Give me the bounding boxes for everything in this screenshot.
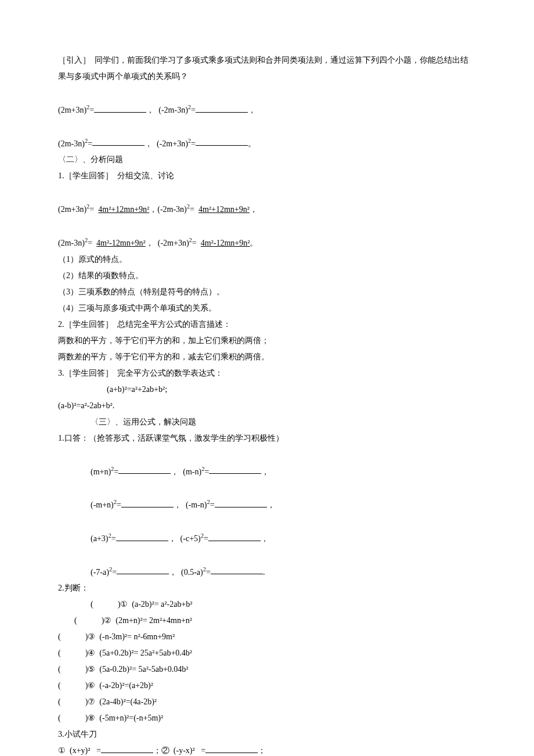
blank <box>118 465 171 474</box>
blank-row-1: (2m+3n)2=， (-2m-3n)2=， <box>58 85 476 118</box>
oral-row: (m+n)2=， (m-n)2=， <box>58 447 476 480</box>
oral-row: (a+3)2=， (-c+5)2=， <box>58 513 476 547</box>
blank <box>116 532 168 541</box>
expr: (-c+5) <box>181 534 201 543</box>
blank <box>215 499 267 507</box>
judge-item: ( )③ (-n-3m)²= n²-6mn+9m² <box>58 629 476 645</box>
judge-text: ⑦ (2a-4b)²=(4a-2b)² <box>88 697 157 706</box>
answer-row-2: (2m-3n)2= 4m²-12mn+9n²， (-2m+3n)2= 4m²-1… <box>58 218 476 251</box>
expr: (m+n) <box>91 467 111 476</box>
blank <box>117 566 169 574</box>
expr: (2m-3n) <box>58 139 85 147</box>
bullet-item: （4）三项与原多项式中两个单项式的关系。 <box>58 300 476 316</box>
bullet-item: （3）三项系数的特点（特别是符号的特点）。 <box>58 284 476 300</box>
judge-text: ③ (-n-3m)²= n²-6mn+9m² <box>88 632 175 641</box>
try-b: ；② (-y-x)² = <box>153 746 205 755</box>
expr: (2m+3n) <box>58 205 86 214</box>
section-2-heading: 〈二〉、分析问题 <box>58 152 476 168</box>
blank <box>101 744 153 753</box>
expr: (a+3) <box>91 534 108 543</box>
rule-sum: 两数和的平方，等于它们平方的和，加上它们乘积的两倍； <box>58 333 476 349</box>
expr: (-2m+3n) <box>158 239 189 247</box>
expr: (2m+3n) <box>58 106 86 114</box>
try-heading: 3.小试牛刀 <box>58 726 476 743</box>
try-row: ① (x+y)² =；② (-y-x)² =； <box>58 743 476 756</box>
oral-row: (-7-a)2=， (0.5-a)2=. <box>58 547 476 581</box>
try-end: ； <box>258 746 266 755</box>
judge-item: ( )① (a-2b)²= a²-2ab+b² <box>58 596 476 613</box>
underlined-answer: 4m²+12mn+9n² <box>199 205 250 214</box>
expr: (-m-n) <box>186 501 207 509</box>
blank <box>205 744 258 753</box>
judge-text: ② (2m+n)²= 2m²+4mn+n² <box>104 616 192 625</box>
judge-text: ⑤ (5a-0.2b)²= 5a²-5ab+0.04b² <box>88 665 188 674</box>
blank <box>208 532 261 541</box>
formula-2: (a-b)²=a²-2ab+b². <box>58 398 476 414</box>
judge-item: ( )⑥ (-a-2b)²=(a+2b)² <box>58 678 476 694</box>
oral-heading: 1.口答：（抢答形式，活跃课堂气氛，激发学生的学习积极性） <box>58 430 476 447</box>
blank <box>92 137 145 146</box>
intro-label: ［引入］ <box>58 56 91 64</box>
judge-item: ( )② (2m+n)²= 2m²+4mn+n² <box>58 613 476 629</box>
expr: (-2m+3n) <box>157 139 188 147</box>
blank <box>211 566 263 574</box>
expr: (-m+n) <box>91 501 114 509</box>
student-answer-2: 2.［学生回答］ 总结完全平方公式的语言描述： <box>58 316 476 333</box>
expr: (-2m-3n) <box>158 106 188 114</box>
bullet-item: （1）原式的特点。 <box>58 251 476 268</box>
judge-item: ( )⑤ (5a-0.2b)²= 5a²-5ab+0.04b² <box>58 661 476 678</box>
try-a: ① (x+y)² = <box>58 746 101 755</box>
blank <box>196 137 248 146</box>
student-answer-3: 3.［学生回答］ 完全平方公式的数学表达式： <box>58 365 476 381</box>
blank <box>94 104 146 113</box>
blank <box>121 499 174 507</box>
oral-row: (-m+n)2=， (-m-n)2=， <box>58 480 476 513</box>
bullet-item: （2）结果的项数特点。 <box>58 268 476 284</box>
judge-item: ( )④ (5a+0.2b)²= 25a²+5ab+0.4b² <box>58 645 476 661</box>
blank <box>209 465 261 474</box>
underlined-answer: 4m²+12mn+9n² <box>98 205 149 214</box>
judge-text: ① (a-2b)²= a²-2ab+b² <box>120 600 192 609</box>
blank <box>196 104 248 113</box>
answer-row-1: (2m+3n)2= 4m²+12mn+9n²，(-2m-3n)2= 4m²+12… <box>58 184 476 218</box>
judge-item: ( )⑧ (-5m+n)²=(-n+5m)² <box>58 710 476 726</box>
blank-row-2: (2m-3n)2=， (-2m+3n)2=。 <box>58 118 476 152</box>
judge-text: ④ (5a+0.2b)²= 25a²+5ab+0.4b² <box>88 649 192 657</box>
section-3-heading: 〈三〉、运用公式，解决问题 <box>58 414 476 430</box>
intro: ［引入］ 同学们，前面我们学习了多项式乘多项式法则和合并同类项法则，通过运算下列… <box>58 52 476 85</box>
formula-1: (a+b)²=a²+2ab+b²; <box>58 381 476 398</box>
underlined-answer: 4m²-12mn+9n² <box>96 239 146 247</box>
judge-heading: 2.判断： <box>58 580 476 596</box>
rule-diff: 两数差的平方，等于它们平方的和，减去它们乘积的两倍。 <box>58 349 476 365</box>
expr: (-7-a) <box>91 567 109 576</box>
expr: (m-n) <box>183 467 201 476</box>
expr: (2m-3n) <box>58 239 85 247</box>
expr: (-2m-3n) <box>157 205 187 214</box>
judge-text: ⑥ (-a-2b)²=(a+2b)² <box>88 681 153 690</box>
judge-text: ⑧ (-5m+n)²=(-n+5m)² <box>88 714 163 722</box>
expr: (0.5-a) <box>181 567 203 576</box>
underlined-answer: 4m²-12mn+9n² <box>201 239 250 247</box>
judge-item: ( )⑦ (2a-4b)²=(4a-2b)² <box>58 694 476 710</box>
intro-text: 同学们，前面我们学习了多项式乘多项式法则和合并同类项法则，通过运算下列四个小题，… <box>58 56 468 81</box>
student-answer-1: 1.［学生回答］ 分组交流、讨论 <box>58 168 476 184</box>
